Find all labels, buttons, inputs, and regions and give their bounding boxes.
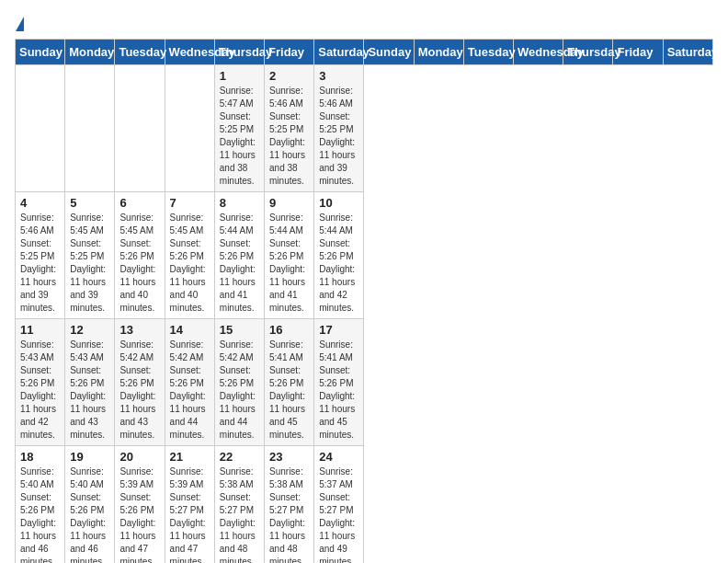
col-header-thursday: Thursday [563, 40, 613, 65]
calendar-cell: 15Sunrise: 5:42 AM Sunset: 5:26 PM Dayli… [214, 319, 264, 446]
day-info: Sunrise: 5:44 AM Sunset: 5:26 PM Dayligh… [220, 212, 259, 315]
day-number: 2 [269, 69, 309, 83]
calendar-cell: 7Sunrise: 5:45 AM Sunset: 5:26 PM Daylig… [165, 192, 214, 319]
col-header-tuesday: Tuesday [463, 40, 513, 65]
day-info: Sunrise: 5:38 AM Sunset: 5:27 PM Dayligh… [269, 465, 309, 563]
day-number: 9 [269, 196, 309, 210]
day-number: 24 [319, 450, 358, 464]
day-info: Sunrise: 5:37 AM Sunset: 5:27 PM Dayligh… [319, 465, 358, 563]
day-number: 12 [70, 323, 109, 337]
header-friday: Friday [265, 40, 314, 65]
day-number: 1 [220, 69, 259, 83]
calendar-cell: 23Sunrise: 5:38 AM Sunset: 5:27 PM Dayli… [265, 446, 314, 564]
day-info: Sunrise: 5:46 AM Sunset: 5:25 PM Dayligh… [269, 85, 309, 188]
day-number: 6 [119, 196, 159, 210]
day-number: 16 [269, 323, 309, 337]
header-wednesday: Wednesday [165, 40, 214, 65]
calendar-header-row: SundayMondayTuesdayWednesdayThursdayFrid… [16, 40, 713, 65]
day-number: 17 [319, 323, 358, 337]
day-info: Sunrise: 5:40 AM Sunset: 5:26 PM Dayligh… [20, 465, 60, 563]
calendar-cell: 2Sunrise: 5:46 AM Sunset: 5:25 PM Daylig… [265, 65, 314, 192]
day-info: Sunrise: 5:46 AM Sunset: 5:25 PM Dayligh… [319, 85, 358, 188]
calendar-table: SundayMondayTuesdayWednesdayThursdayFrid… [15, 39, 713, 563]
day-number: 3 [319, 69, 358, 83]
day-number: 23 [269, 450, 309, 464]
day-info: Sunrise: 5:44 AM Sunset: 5:26 PM Dayligh… [269, 212, 309, 315]
header-saturday: Saturday [314, 40, 364, 65]
calendar-cell: 14Sunrise: 5:42 AM Sunset: 5:26 PM Dayli… [165, 319, 214, 446]
day-info: Sunrise: 5:38 AM Sunset: 5:27 PM Dayligh… [220, 465, 259, 563]
day-number: 21 [170, 450, 210, 464]
calendar-cell: 24Sunrise: 5:37 AM Sunset: 5:27 PM Dayli… [314, 446, 364, 564]
day-number: 14 [170, 323, 210, 337]
calendar-cell: 9Sunrise: 5:44 AM Sunset: 5:26 PM Daylig… [265, 192, 314, 319]
day-number: 13 [119, 323, 159, 337]
logo [15, 15, 24, 29]
day-number: 20 [119, 450, 159, 464]
header-sunday: Sunday [16, 40, 65, 65]
day-info: Sunrise: 5:45 AM Sunset: 5:26 PM Dayligh… [170, 212, 210, 315]
day-info: Sunrise: 5:40 AM Sunset: 5:26 PM Dayligh… [70, 465, 109, 563]
week-row-4: 18Sunrise: 5:40 AM Sunset: 5:26 PM Dayli… [16, 446, 713, 564]
calendar-cell: 22Sunrise: 5:38 AM Sunset: 5:27 PM Dayli… [214, 446, 264, 564]
calendar-cell: 13Sunrise: 5:42 AM Sunset: 5:26 PM Dayli… [115, 319, 165, 446]
calendar-cell: 10Sunrise: 5:44 AM Sunset: 5:26 PM Dayli… [314, 192, 364, 319]
calendar-cell: 11Sunrise: 5:43 AM Sunset: 5:26 PM Dayli… [16, 319, 65, 446]
header-monday: Monday [65, 40, 115, 65]
calendar-cell: 1Sunrise: 5:47 AM Sunset: 5:25 PM Daylig… [214, 65, 264, 192]
day-info: Sunrise: 5:44 AM Sunset: 5:26 PM Dayligh… [319, 212, 358, 315]
day-info: Sunrise: 5:45 AM Sunset: 5:25 PM Dayligh… [70, 212, 109, 315]
calendar-cell: 20Sunrise: 5:39 AM Sunset: 5:26 PM Dayli… [115, 446, 165, 564]
calendar-cell [65, 65, 115, 192]
day-info: Sunrise: 5:46 AM Sunset: 5:25 PM Dayligh… [20, 212, 60, 315]
calendar-cell: 8Sunrise: 5:44 AM Sunset: 5:26 PM Daylig… [214, 192, 264, 319]
logo-triangle-icon [16, 17, 24, 31]
col-header-saturday: Saturday [663, 40, 712, 65]
day-number: 18 [20, 450, 60, 464]
day-info: Sunrise: 5:43 AM Sunset: 5:26 PM Dayligh… [70, 339, 109, 442]
calendar-cell: 5Sunrise: 5:45 AM Sunset: 5:25 PM Daylig… [65, 192, 115, 319]
day-number: 15 [220, 323, 259, 337]
col-header-wednesday: Wednesday [514, 40, 563, 65]
day-number: 11 [20, 323, 60, 337]
day-info: Sunrise: 5:41 AM Sunset: 5:26 PM Dayligh… [319, 339, 358, 442]
day-info: Sunrise: 5:39 AM Sunset: 5:27 PM Dayligh… [170, 465, 210, 563]
calendar-cell: 21Sunrise: 5:39 AM Sunset: 5:27 PM Dayli… [165, 446, 214, 564]
day-info: Sunrise: 5:47 AM Sunset: 5:25 PM Dayligh… [220, 85, 259, 188]
page-header [15, 15, 713, 29]
day-info: Sunrise: 5:43 AM Sunset: 5:26 PM Dayligh… [20, 339, 60, 442]
day-info: Sunrise: 5:41 AM Sunset: 5:26 PM Dayligh… [269, 339, 309, 442]
week-row-3: 11Sunrise: 5:43 AM Sunset: 5:26 PM Dayli… [16, 319, 713, 446]
calendar-cell: 6Sunrise: 5:45 AM Sunset: 5:26 PM Daylig… [115, 192, 165, 319]
calendar-cell: 3Sunrise: 5:46 AM Sunset: 5:25 PM Daylig… [314, 65, 364, 192]
week-row-2: 4Sunrise: 5:46 AM Sunset: 5:25 PM Daylig… [16, 192, 713, 319]
calendar-cell: 18Sunrise: 5:40 AM Sunset: 5:26 PM Dayli… [16, 446, 65, 564]
day-info: Sunrise: 5:39 AM Sunset: 5:26 PM Dayligh… [119, 465, 159, 563]
calendar-cell: 4Sunrise: 5:46 AM Sunset: 5:25 PM Daylig… [16, 192, 65, 319]
day-number: 7 [170, 196, 210, 210]
day-info: Sunrise: 5:42 AM Sunset: 5:26 PM Dayligh… [220, 339, 259, 442]
day-info: Sunrise: 5:42 AM Sunset: 5:26 PM Dayligh… [170, 339, 210, 442]
calendar-cell [165, 65, 214, 192]
calendar-cell: 12Sunrise: 5:43 AM Sunset: 5:26 PM Dayli… [65, 319, 115, 446]
col-header-sunday: Sunday [364, 40, 414, 65]
calendar-cell: 16Sunrise: 5:41 AM Sunset: 5:26 PM Dayli… [265, 319, 314, 446]
calendar-cell: 17Sunrise: 5:41 AM Sunset: 5:26 PM Dayli… [314, 319, 364, 446]
day-number: 4 [20, 196, 60, 210]
header-tuesday: Tuesday [115, 40, 165, 65]
day-info: Sunrise: 5:42 AM Sunset: 5:26 PM Dayligh… [119, 339, 159, 442]
calendar-cell [115, 65, 165, 192]
day-number: 19 [70, 450, 109, 464]
week-row-1: 1Sunrise: 5:47 AM Sunset: 5:25 PM Daylig… [16, 65, 713, 192]
col-header-monday: Monday [414, 40, 463, 65]
calendar-cell [16, 65, 65, 192]
calendar-cell: 19Sunrise: 5:40 AM Sunset: 5:26 PM Dayli… [65, 446, 115, 564]
day-number: 22 [220, 450, 259, 464]
col-header-friday: Friday [613, 40, 663, 65]
day-number: 10 [319, 196, 358, 210]
header-thursday: Thursday [214, 40, 264, 65]
day-number: 8 [220, 196, 259, 210]
day-number: 5 [70, 196, 109, 210]
day-info: Sunrise: 5:45 AM Sunset: 5:26 PM Dayligh… [119, 212, 159, 315]
